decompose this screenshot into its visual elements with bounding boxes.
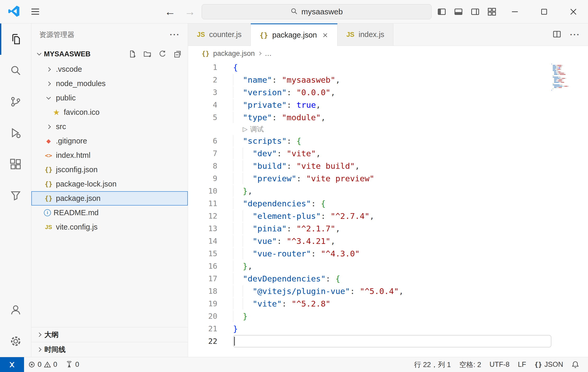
code-line-16[interactable]: 16 }, bbox=[188, 260, 588, 272]
extensions-icon[interactable] bbox=[0, 149, 31, 180]
encoding-button[interactable]: UTF-8 bbox=[485, 357, 514, 372]
minimap[interactable] bbox=[551, 64, 573, 92]
tab-counter.js[interactable]: JScounter.js bbox=[188, 23, 251, 46]
tab-index.js[interactable]: JSindex.js bbox=[337, 23, 393, 46]
editor-group: JScounter.js{}package.jsonJSindex.js ···… bbox=[188, 23, 588, 357]
command-center-search[interactable]: mysaasweb bbox=[202, 4, 432, 19]
code-line-19[interactable]: 19 "vite": "^5.2.8" bbox=[188, 297, 588, 310]
toggle-sidebar-icon[interactable] bbox=[433, 0, 450, 23]
tree-item-public[interactable]: public bbox=[31, 91, 188, 105]
tree-item-favicon.ico[interactable]: ★favicon.ico bbox=[31, 105, 188, 119]
breadcrumb-more[interactable]: … bbox=[265, 50, 272, 58]
close-window-icon[interactable] bbox=[559, 0, 588, 23]
codelens-debug[interactable]: ▷调试 bbox=[188, 124, 588, 135]
tree-item-README.md[interactable]: iREADME.md bbox=[31, 206, 188, 220]
tree-item-package.json[interactable]: {}package.json bbox=[31, 191, 188, 206]
line-number: 2 bbox=[188, 74, 217, 86]
tree-item-.gitignore[interactable]: ◆.gitignore bbox=[31, 134, 188, 148]
code-line-7[interactable]: 7 "dev": "vite", bbox=[188, 147, 588, 160]
code-line-6[interactable]: 6 "scripts": { bbox=[188, 135, 588, 147]
tree-item-.vscode[interactable]: .vscode bbox=[31, 62, 188, 76]
toggle-secondary-sidebar-icon[interactable] bbox=[467, 0, 484, 23]
breadcrumb-file[interactable]: package.json bbox=[213, 50, 255, 58]
remote-indicator[interactable] bbox=[0, 357, 24, 372]
tree-item-vite.config.js[interactable]: JSvite.config.js bbox=[31, 220, 188, 234]
status-bar: 0 0 0 行 22，列 1 空格: 2 UTF-8 LF {} JSON bbox=[0, 357, 588, 372]
customize-layout-icon[interactable] bbox=[484, 0, 500, 23]
code-area: 1{2 "name": "mysaasweb",3 "version": "0.… bbox=[188, 61, 588, 347]
refresh-icon[interactable] bbox=[159, 50, 166, 58]
code-line-3[interactable]: 3 "version": "0.0.0", bbox=[188, 86, 588, 99]
code-line-1[interactable]: 1{ bbox=[188, 61, 588, 74]
source-control-icon[interactable] bbox=[0, 86, 31, 117]
code-line-18[interactable]: 18 "@vitejs/plugin-vue": "^5.0.4", bbox=[188, 285, 588, 297]
code-line-21[interactable]: 21} bbox=[188, 322, 588, 335]
account-icon[interactable] bbox=[0, 294, 31, 326]
tree-item-label: src bbox=[56, 122, 66, 131]
timeline-section[interactable]: 时间线 bbox=[31, 342, 188, 357]
code-line-4[interactable]: 4 "private": true, bbox=[188, 99, 588, 111]
code-line-17[interactable]: 17 "devDependencies": { bbox=[188, 272, 588, 285]
tree-item-package-lock.json[interactable]: {}package-lock.json bbox=[31, 177, 188, 191]
tree-item-label: node_modules bbox=[56, 79, 106, 88]
tree-item-node_modules[interactable]: node_modules bbox=[31, 76, 188, 91]
code-editor[interactable]: 1{2 "name": "mysaasweb",3 "version": "0.… bbox=[188, 61, 588, 357]
project-section-header[interactable]: MYSAASWEB bbox=[31, 46, 188, 62]
outline-section[interactable]: 大纲 bbox=[31, 327, 188, 342]
js-icon: JS bbox=[44, 224, 53, 231]
new-folder-icon[interactable] bbox=[143, 50, 151, 58]
forward-arrow-icon[interactable]: → bbox=[184, 0, 195, 23]
error-count: 0 bbox=[38, 361, 42, 369]
collapse-all-icon[interactable] bbox=[174, 50, 182, 58]
settings-gear-icon[interactable] bbox=[0, 326, 31, 357]
maximize-icon[interactable] bbox=[529, 0, 559, 23]
code-line-10[interactable]: 10 }, bbox=[188, 185, 588, 197]
code-line-15[interactable]: 15 "vue-router": "^4.3.0" bbox=[188, 247, 588, 260]
tree-item-jsconfig.json[interactable]: {}jsconfig.json bbox=[31, 163, 188, 177]
radio-tower-icon bbox=[66, 361, 73, 368]
indentation-button[interactable]: 空格: 2 bbox=[455, 357, 485, 372]
toggle-panel-icon[interactable] bbox=[450, 0, 467, 23]
language-mode-button[interactable]: {} JSON bbox=[530, 357, 567, 372]
tree-item-index.html[interactable]: <>index.html bbox=[31, 148, 188, 163]
code-line-8[interactable]: 8 "build": "vite build", bbox=[188, 160, 588, 172]
tree-item-src[interactable]: src bbox=[31, 119, 188, 134]
error-icon bbox=[28, 361, 35, 368]
file-tree: .vscodenode_modulespublic★favicon.icosrc… bbox=[31, 62, 188, 234]
js-file-icon: JS bbox=[346, 31, 354, 38]
code-line-9[interactable]: 9 "preview": "vite preview" bbox=[188, 172, 588, 185]
line-number: 12 bbox=[188, 210, 217, 222]
tree-item-label: .vscode bbox=[56, 65, 82, 74]
split-editor-icon[interactable] bbox=[553, 30, 561, 39]
code-line-22[interactable]: 22 bbox=[188, 335, 588, 347]
json-icon: {} bbox=[44, 180, 53, 188]
code-line-5[interactable]: 5 "type": "module", bbox=[188, 111, 588, 124]
code-line-2[interactable]: 2 "name": "mysaasweb", bbox=[188, 74, 588, 86]
code-line-20[interactable]: 20 } bbox=[188, 310, 588, 322]
line-number: 6 bbox=[188, 135, 217, 147]
close-tab-icon[interactable] bbox=[322, 32, 328, 38]
notifications-button[interactable] bbox=[567, 357, 583, 372]
breadcrumb[interactable]: {} package.json … bbox=[188, 46, 588, 61]
ports-count: 0 bbox=[75, 361, 79, 369]
minimize-icon[interactable] bbox=[500, 0, 529, 23]
back-arrow-icon[interactable]: ← bbox=[165, 0, 176, 23]
problems-button[interactable]: 0 0 bbox=[24, 357, 61, 372]
testing-icon[interactable] bbox=[0, 180, 31, 211]
search-view-icon[interactable] bbox=[0, 55, 31, 86]
new-file-icon[interactable] bbox=[128, 50, 136, 58]
code-line-11[interactable]: 11 "dependencies": { bbox=[188, 197, 588, 210]
tree-item-label: vite.config.js bbox=[56, 223, 98, 231]
code-line-12[interactable]: 12 "element-plus": "^2.7.4", bbox=[188, 210, 588, 222]
tab-package.json[interactable]: {}package.json bbox=[251, 23, 337, 46]
run-debug-icon[interactable] bbox=[0, 117, 31, 149]
ports-button[interactable]: 0 bbox=[61, 357, 83, 372]
menu-icon[interactable] bbox=[31, 9, 39, 15]
eol-button[interactable]: LF bbox=[514, 357, 531, 372]
code-line-14[interactable]: 14 "vue": "^3.4.21", bbox=[188, 235, 588, 247]
more-actions-icon[interactable]: ··· bbox=[170, 30, 180, 39]
cursor-position-button[interactable]: 行 22，列 1 bbox=[410, 357, 455, 372]
code-line-13[interactable]: 13 "pinia": "^2.1.7", bbox=[188, 222, 588, 235]
explorer-icon[interactable] bbox=[0, 23, 31, 55]
editor-more-actions-icon[interactable]: ··· bbox=[570, 30, 580, 39]
